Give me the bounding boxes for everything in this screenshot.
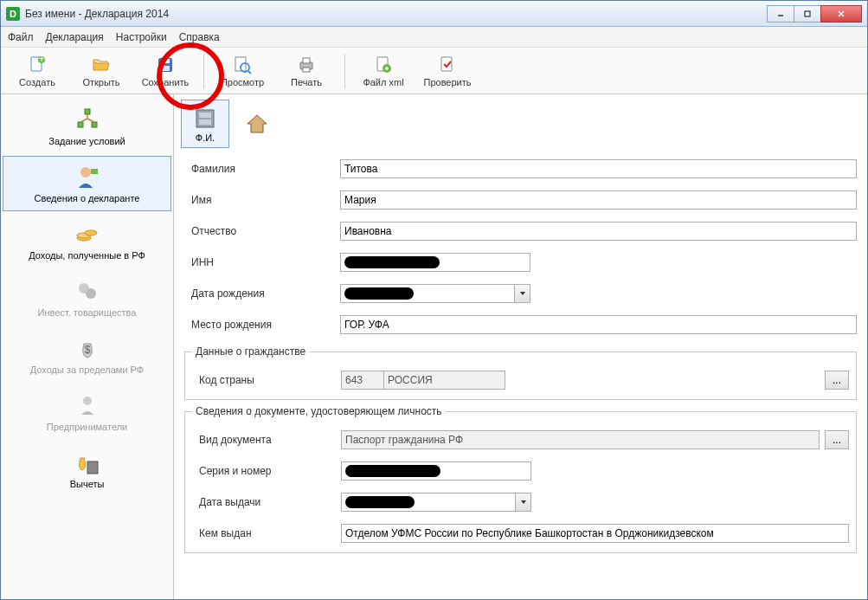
input-birthplace[interactable] (340, 315, 857, 334)
redacted-serial (345, 465, 440, 477)
browse-doctype-button[interactable]: ... (825, 430, 849, 449)
app-icon: D (6, 7, 20, 21)
input-issuedby[interactable] (341, 524, 849, 543)
house-tab[interactable] (233, 100, 281, 148)
svg-point-22 (80, 167, 91, 177)
svg-rect-15 (303, 68, 310, 72)
sidebar-item-invest[interactable]: Инвест. товарищества (3, 270, 171, 326)
label-patronymic: Отчество (184, 225, 340, 237)
label-issuedate: Дата выдачи (192, 496, 341, 508)
label-inn: ИНН (184, 256, 340, 268)
input-serial[interactable] (341, 461, 531, 481)
svg-rect-19 (85, 109, 90, 114)
close-button[interactable] (820, 5, 862, 23)
input-doctype (341, 430, 820, 449)
label-lastname: Фамилия (184, 163, 340, 175)
check-icon (437, 55, 458, 75)
menu-file[interactable]: Файл (8, 31, 34, 43)
conditions-icon (74, 106, 101, 134)
svg-rect-18 (441, 57, 452, 71)
sidebar-item-income-rf[interactable]: Доходы, полученные в РФ (3, 213, 171, 268)
preview-icon (232, 55, 253, 75)
menu-help[interactable]: Справка (179, 31, 220, 43)
label-firstname: Имя (184, 194, 340, 206)
sidebar-item-deductions[interactable]: Вычеты (3, 442, 171, 497)
input-firstname[interactable] (340, 190, 857, 210)
preview-button[interactable]: Просмотр (211, 50, 273, 92)
briefcase-person-icon (74, 392, 101, 420)
house-icon (243, 110, 271, 138)
combo-issuedate[interactable] (341, 493, 531, 512)
toolbar: + Создать Открыть Сохранить Просмотр Печ… (1, 48, 867, 94)
svg-point-30 (83, 397, 92, 405)
titlebar: D Без имени - Декларация 2014 (1, 1, 867, 27)
svg-rect-21 (92, 122, 97, 127)
svg-rect-8 (161, 59, 170, 63)
svg-rect-14 (303, 58, 310, 63)
save-label: Сохранить (142, 77, 190, 87)
dropdown-icon[interactable] (516, 493, 531, 512)
print-button[interactable]: Печать (275, 50, 338, 92)
sidebar-item-income-abroad[interactable]: $ Доходы за пределами РФ (3, 327, 171, 383)
form-area: Фамилия Имя Отчество ИНН Дата рождения (174, 150, 867, 569)
browse-country-button[interactable]: ... (825, 371, 849, 390)
person-icon (74, 164, 101, 191)
label-dob: Дата рождения (184, 287, 340, 300)
svg-rect-34 (199, 119, 211, 125)
coins-icon (74, 221, 101, 248)
print-label: Печать (291, 77, 322, 87)
window-controls (768, 5, 862, 23)
app-window: D Без имени - Декларация 2014 Файл Декла… (0, 0, 868, 600)
input-patronymic[interactable] (340, 222, 857, 241)
maximize-button[interactable] (794, 5, 821, 23)
input-countryname (384, 371, 505, 390)
main-panel: Ф.И. Фамилия Имя Отчество (174, 94, 867, 599)
sidebar-label: Сведения о декларанте (31, 193, 144, 203)
label-birthplace: Место рождения (184, 319, 340, 331)
label-serial: Серия и номер (192, 465, 341, 477)
input-countrycode (341, 371, 384, 390)
new-file-icon: + (27, 55, 48, 75)
input-lastname[interactable] (340, 159, 857, 178)
sidebar-label: Задание условий (45, 136, 128, 146)
legend-citizenship: Данные о гражданстве (192, 345, 309, 358)
deductions-icon (74, 449, 101, 477)
sidebar-label: Доходы за пределами РФ (27, 365, 147, 375)
sidebar-item-declarant[interactable]: Сведения о декларанте (3, 156, 171, 211)
sidebar-label: Доходы, полученные в РФ (25, 250, 149, 261)
cabinet-icon (191, 105, 219, 132)
printer-icon (296, 55, 317, 75)
sidebar-label: Вычеты (67, 479, 108, 489)
svg-text:+: + (38, 55, 44, 65)
svg-rect-1 (805, 11, 810, 16)
dropdown-icon[interactable] (515, 284, 530, 303)
save-button[interactable]: Сохранить (134, 50, 196, 92)
label-doctype: Вид документа (192, 434, 341, 446)
menu-declaration[interactable]: Декларация (46, 31, 104, 43)
fio-tab[interactable]: Ф.И. (181, 100, 229, 148)
combo-dob[interactable] (340, 284, 530, 303)
input-dob[interactable] (340, 284, 515, 303)
filexml-label: Файл xml (363, 77, 403, 87)
toolbar-separator (203, 54, 204, 88)
menu-settings[interactable]: Настройки (116, 31, 167, 43)
input-inn[interactable] (340, 253, 530, 272)
redacted-issuedate (345, 496, 415, 508)
svg-rect-31 (87, 461, 98, 474)
check-button[interactable]: Проверить (416, 50, 479, 92)
toolbar-separator-2 (344, 54, 345, 88)
minimize-button[interactable] (767, 5, 794, 23)
fio-tab-label: Ф.И. (196, 132, 215, 143)
input-issuedate[interactable] (341, 493, 516, 512)
folder-open-icon (91, 55, 112, 75)
xml-file-icon (373, 55, 394, 75)
sidebar-label: Предприниматели (43, 422, 131, 432)
filexml-button[interactable]: Файл xml (352, 50, 415, 92)
save-icon (155, 55, 176, 75)
open-button[interactable]: Открыть (70, 50, 132, 92)
sidebar-item-conditions[interactable]: Задание условий (3, 99, 171, 154)
window-title: Без имени - Декларация 2014 (25, 8, 768, 20)
create-button[interactable]: + Создать (6, 50, 68, 92)
sidebar-item-entrepreneur[interactable]: Предприниматели (3, 384, 171, 440)
legend-iddoc: Сведения о документе, удостоверяющем лич… (192, 405, 446, 417)
